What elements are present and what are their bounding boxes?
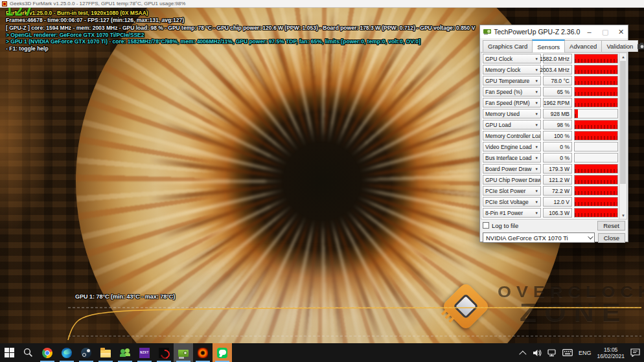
sensor-label-dropdown[interactable]: GPU Temperature▼ (483, 76, 541, 85)
sensors-scrollbar[interactable]: ▲ ▼ (619, 53, 627, 219)
sensor-row: Video Engine Load▼0 % (483, 142, 618, 152)
gpu-select-dropdown[interactable]: NVIDIA GeForce GTX 1070 Ti (483, 232, 595, 243)
gpuz-titlebar[interactable]: TechPowerUp GPU-Z 2.36.0 – ▢ ✕ (480, 25, 628, 38)
taskbar-people[interactable] (115, 343, 135, 362)
search-icon (23, 347, 34, 358)
close-button[interactable]: Close (598, 233, 625, 243)
sensor-bar (574, 219, 618, 220)
taskbar-dragon-app[interactable] (154, 343, 174, 362)
sensor-label-dropdown[interactable]: Memory Used▼ (483, 109, 541, 119)
sensor-value: 106.3 W (543, 208, 572, 218)
sensor-value: 100 % (543, 131, 572, 141)
dropdown-arrow-icon: ▼ (535, 156, 538, 160)
gpuz-window: TechPowerUp GPU-Z 2.36.0 – ▢ ✕ Graphics … (479, 25, 628, 242)
clock-date: 16/02/2021 (597, 353, 625, 359)
gpuz-minimize-button[interactable]: – (582, 25, 596, 38)
osd-gpu1-line: > GPU 1 (NVIDIA GeForce GTX 1070 Ti) - c… (6, 38, 420, 45)
sensor-bar-fill (575, 187, 617, 195)
tab-sensors[interactable]: Sensors (532, 40, 565, 52)
gpu-temp-label: GPU 1: 78°C (min: 43°C - max: 78°C) (75, 293, 175, 300)
dropdown-arrow-icon: ▼ (535, 112, 538, 116)
action-center-icon[interactable] (630, 348, 640, 357)
sensor-label-dropdown[interactable]: Fan Speed (RPM)▼ (483, 98, 541, 107)
gpu-select-value: NVIDIA GeForce GTX 1070 Ti (486, 234, 568, 242)
taskbar-edge[interactable] (57, 343, 76, 362)
windows-logo-icon (4, 347, 15, 358)
start-button[interactable] (0, 343, 18, 362)
dropdown-arrow-icon: ▼ (535, 145, 538, 149)
sensor-label-dropdown[interactable]: Board Power Draw▼ (483, 164, 541, 174)
sensor-row: PCIe Slot Power▼72.2 W (483, 186, 618, 196)
fps-lcd-counter: 127 (5, 8, 34, 19)
tab-validation[interactable]: Validation (601, 40, 638, 52)
scroll-up-icon[interactable]: ▲ (619, 53, 627, 60)
taskbar-furmark[interactable] (193, 343, 213, 362)
sensor-value: 121.2 W (543, 175, 572, 185)
sensor-value: 928 MB (543, 109, 572, 119)
scroll-down-icon[interactable]: ▼ (619, 212, 627, 219)
taskbar-file-explorer[interactable] (96, 343, 115, 362)
screenshot-camera-icon[interactable] (638, 43, 644, 49)
steam-icon (81, 348, 91, 358)
sensor-row: GPU Clock▼1582.0 MHz (483, 54, 618, 63)
sensor-bar (574, 142, 618, 152)
sensor-label-dropdown[interactable]: GPU Clock▼ (483, 54, 541, 63)
tab-advanced[interactable]: Advanced (564, 40, 602, 52)
osd-opengl-line: > OpenGL renderer: GeForce GTX 1070 Ti/P… (6, 32, 144, 38)
sensor-bar-fill (575, 120, 617, 129)
sensor-label-dropdown[interactable]: 8-Pin #1 Power▼ (483, 208, 541, 218)
taskbar-search-button[interactable] (18, 343, 38, 362)
sensor-bar (574, 109, 618, 119)
sensor-label-dropdown[interactable]: PCIe Slot Power▼ (483, 186, 541, 196)
sensor-label-dropdown[interactable]: GPU Load▼ (483, 120, 541, 130)
network-icon[interactable] (547, 349, 557, 357)
sensor-value: 179.3 W (543, 164, 572, 174)
sensor-label-dropdown[interactable]: Bus Interface Load▼ (483, 153, 541, 163)
sensor-value: 72.2 W (543, 186, 572, 196)
taskbar-line[interactable] (213, 343, 232, 362)
screen: Geeks3D FurMark v1.25.0.0 - 127FPS, GPU1… (0, 0, 644, 362)
sensor-bar-fill (575, 175, 617, 184)
taskbar-nzxt-cam[interactable]: NZXT (135, 343, 154, 362)
sensor-bar (574, 131, 618, 141)
sensor-bar (574, 65, 618, 74)
sensor-label-dropdown[interactable]: GPU Chip Power Draw▼ (483, 175, 541, 185)
taskbar-clock[interactable]: 15:05 16/02/2021 (597, 346, 625, 359)
sensor-bar (574, 186, 618, 196)
log-to-file-checkbox[interactable] (483, 222, 489, 229)
gpuz-app-icon (483, 28, 491, 35)
sensor-value: 0 % (543, 142, 572, 152)
language-indicator[interactable]: ENG (579, 350, 592, 356)
gpuz-close-button[interactable]: ✕ (614, 25, 628, 38)
sensor-row: Memory Controller Load▼100 % (483, 131, 618, 141)
sensor-label-dropdown[interactable]: Video Engine Load▼ (483, 142, 541, 152)
gpuz-tab-bar: Graphics Card Sensors Advanced Validatio… (480, 38, 628, 52)
sensor-value: 1962 RPM (543, 98, 572, 107)
sensor-label-dropdown[interactable]: Fan Speed (%)▼ (483, 87, 541, 96)
touch-keyboard-icon[interactable] (562, 349, 573, 356)
sensor-label-dropdown[interactable]: Memory Clock▼ (483, 65, 541, 74)
speaker-icon[interactable] (533, 349, 542, 357)
sensor-bar (574, 54, 618, 63)
sensor-row: Bus Interface Load▼0 % (483, 153, 618, 163)
furmark-window-title: Geeks3D FurMark v1.25.0.0 - 127FPS, GPU1… (10, 1, 185, 6)
sensor-label-dropdown[interactable]: Memory Controller Load▼ (483, 131, 541, 141)
sensor-bar (574, 164, 618, 174)
sensor-bar-fill (575, 65, 617, 74)
reset-button[interactable]: Reset (597, 221, 625, 231)
scrollbar-thumb[interactable] (620, 61, 626, 184)
sensor-bar-fill (575, 164, 617, 173)
tray-expand-icon[interactable] (519, 350, 526, 357)
sensor-label-dropdown[interactable]: PCIe Slot Voltage▼ (483, 197, 541, 207)
dragon-icon (159, 348, 169, 358)
people-icon (120, 348, 131, 357)
edge-icon (62, 348, 72, 358)
sensor-label-dropdown[interactable]: 8-Pin #1 Voltage▼ (483, 219, 541, 220)
tab-graphics-card[interactable]: Graphics Card (483, 40, 533, 52)
sensor-value: 98 % (543, 120, 572, 130)
sensor-row: 8-Pin #1 Power▼106.3 W (483, 208, 618, 218)
taskbar-chrome[interactable] (38, 343, 57, 362)
taskbar-steam[interactable] (76, 343, 96, 362)
sensor-bar-fill (575, 131, 617, 140)
taskbar-gpuz[interactable] (174, 343, 193, 362)
